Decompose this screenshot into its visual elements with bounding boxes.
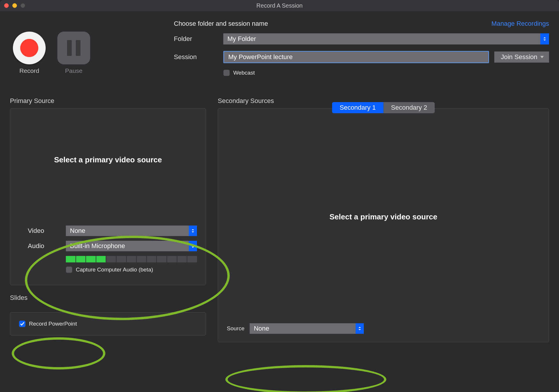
tab-secondary-2[interactable]: Secondary 2 <box>383 102 435 113</box>
video-select[interactable]: None <box>66 226 197 236</box>
webcast-checkbox-row[interactable]: Webcast <box>223 70 255 76</box>
pause-button[interactable]: Pause <box>57 32 90 82</box>
capture-computer-audio-row[interactable]: Capture Computer Audio (beta) <box>66 267 197 273</box>
secondary-source-select[interactable]: None <box>250 323 364 334</box>
meter-segment <box>127 256 136 262</box>
chevron-down-icon <box>540 56 544 58</box>
chevron-down-icon <box>540 33 549 44</box>
capture-computer-audio-checkbox[interactable] <box>66 267 72 273</box>
join-session-button[interactable]: Join Session <box>494 51 549 63</box>
meter-segment <box>137 256 146 262</box>
audio-label: Audio <box>28 242 66 250</box>
meter-segment <box>157 256 167 262</box>
secondary-tabs: Secondary 1 Secondary 2 <box>332 102 435 113</box>
manage-recordings-link[interactable]: Manage Recordings <box>491 20 549 27</box>
meter-segment <box>96 256 106 262</box>
secondary-source-prompt: Select a primary video source <box>218 212 549 221</box>
pause-icon <box>57 32 90 64</box>
webcast-checkbox[interactable] <box>223 70 230 76</box>
capture-computer-audio-label: Capture Computer Audio (beta) <box>76 267 153 273</box>
meter-segment <box>106 256 116 262</box>
primary-source-prompt: Select a primary video source <box>19 155 197 164</box>
svg-marker-3 <box>192 231 194 233</box>
audio-level-meter <box>66 256 197 262</box>
secondary-source-panel: Secondary 1 Secondary 2 Select a primary… <box>218 108 549 342</box>
svg-marker-6 <box>359 327 361 328</box>
primary-source-panel: Select a primary video source Video None… <box>10 108 206 285</box>
record-label: Record <box>19 67 39 74</box>
join-session-label: Join Session <box>501 53 537 61</box>
session-label: Session <box>174 53 216 61</box>
audio-select[interactable]: Built-in Microphone <box>66 241 197 251</box>
record-button[interactable]: Record <box>13 32 46 82</box>
tab-secondary-1[interactable]: Secondary 1 <box>332 102 383 113</box>
meter-segment <box>66 256 76 262</box>
secondary-source-value: None <box>254 325 269 332</box>
folder-select[interactable]: My Folder <box>223 33 549 44</box>
meter-segment <box>116 256 126 262</box>
maximize-window-button[interactable] <box>20 3 25 8</box>
chevron-updown-icon <box>356 323 364 334</box>
meter-segment <box>187 256 197 262</box>
pause-label: Pause <box>65 67 83 74</box>
close-window-button[interactable] <box>4 3 9 8</box>
secondary-source-label: Source <box>227 325 244 332</box>
svg-marker-5 <box>192 247 194 248</box>
record-powerpoint-row[interactable]: Record PowerPoint <box>19 321 197 327</box>
window-title: Record A Session <box>0 2 559 9</box>
annotation-ring <box>225 365 386 392</box>
record-icon <box>13 32 46 64</box>
titlebar: Record A Session <box>0 0 559 11</box>
window-traffic-lights <box>4 3 25 8</box>
webcast-label: Webcast <box>233 70 255 76</box>
slides-title: Slides <box>10 294 206 302</box>
video-label: Video <box>28 227 66 235</box>
record-powerpoint-checkbox[interactable] <box>19 321 25 327</box>
folder-label: Folder <box>174 35 216 43</box>
meter-segment <box>167 256 177 262</box>
svg-marker-4 <box>192 244 194 245</box>
svg-marker-7 <box>359 329 361 330</box>
minimize-window-button[interactable] <box>12 3 17 8</box>
meter-segment <box>147 256 157 262</box>
chevron-updown-icon <box>189 226 197 236</box>
record-powerpoint-label: Record PowerPoint <box>29 321 77 327</box>
folder-value: My Folder <box>227 35 256 43</box>
meter-segment <box>177 256 187 262</box>
svg-marker-2 <box>192 229 194 230</box>
video-value: None <box>70 227 85 235</box>
svg-marker-1 <box>543 39 546 41</box>
slides-panel: Record PowerPoint <box>10 312 206 336</box>
meter-segment <box>76 256 86 262</box>
meter-segment <box>86 256 96 262</box>
form-header: Choose folder and session name <box>174 20 268 27</box>
chevron-updown-icon <box>189 241 197 251</box>
session-input[interactable] <box>223 51 489 63</box>
svg-marker-0 <box>543 37 546 38</box>
primary-source-title: Primary Source <box>10 97 206 105</box>
audio-value: Built-in Microphone <box>70 242 125 250</box>
